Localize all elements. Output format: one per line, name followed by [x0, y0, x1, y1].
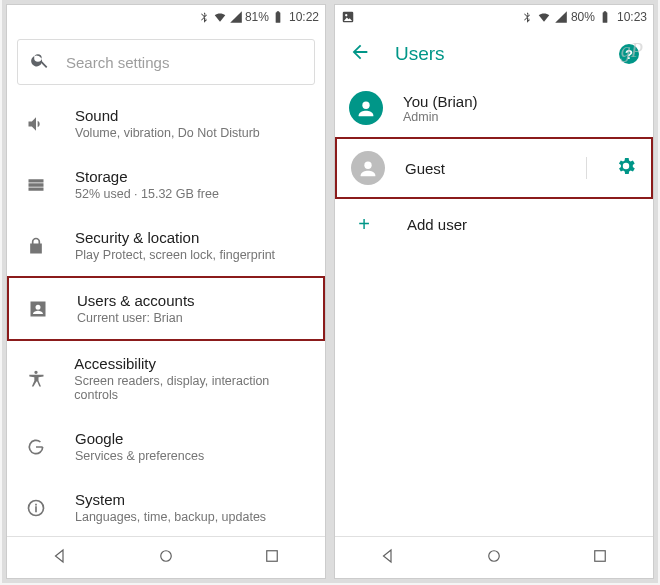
status-bar: 81% 10:22 — [7, 5, 325, 29]
settings-screen: 81% 10:22 Search settings Sound Volume, … — [6, 4, 326, 579]
nav-home-button[interactable] — [157, 547, 175, 569]
settings-item-system[interactable]: System Languages, time, backup, updates — [7, 477, 325, 536]
nav-recent-button[interactable] — [263, 547, 281, 569]
google-icon — [25, 437, 47, 457]
guest-settings-button[interactable] — [615, 155, 637, 181]
svg-point-7 — [362, 102, 369, 109]
item-title: Users & accounts — [77, 292, 195, 309]
svg-rect-10 — [595, 550, 606, 561]
svg-point-8 — [364, 162, 371, 169]
signal-icon — [229, 10, 243, 24]
account-box-icon — [27, 299, 49, 319]
item-subtitle: Languages, time, backup, updates — [75, 510, 266, 524]
nav-back-button[interactable] — [379, 547, 397, 569]
navigation-bar — [335, 536, 653, 578]
svg-point-3 — [161, 550, 172, 561]
item-subtitle: Current user: Brian — [77, 311, 195, 325]
avatar-icon — [351, 151, 385, 185]
item-title: Google — [75, 430, 204, 447]
navigation-bar — [7, 536, 325, 578]
user-sub: Admin — [403, 110, 478, 124]
storage-icon — [25, 175, 47, 195]
add-user-label: Add user — [407, 216, 467, 233]
svg-rect-4 — [267, 550, 278, 561]
battery-icon — [598, 10, 612, 24]
nav-back-button[interactable] — [51, 547, 69, 569]
nav-recent-button[interactable] — [591, 547, 609, 569]
item-title: Sound — [75, 107, 260, 124]
user-row-you[interactable]: You (Brian) Admin — [335, 79, 653, 137]
lock-icon — [25, 236, 47, 256]
user-row-guest[interactable]: Guest — [335, 137, 653, 199]
item-subtitle: 52% used · 15.32 GB free — [75, 187, 219, 201]
search-placeholder: Search settings — [66, 54, 169, 71]
plus-icon: + — [349, 213, 379, 236]
info-icon — [25, 498, 47, 518]
settings-item-sound[interactable]: Sound Volume, vibration, Do Not Disturb — [7, 93, 325, 154]
wifi-icon — [213, 10, 227, 24]
app-bar: Users ? — [335, 29, 653, 79]
item-title: Accessibility — [74, 355, 309, 372]
avatar-icon — [349, 91, 383, 125]
settings-item-storage[interactable]: Storage 52% used · 15.32 GB free — [7, 154, 325, 215]
search-icon — [30, 50, 50, 74]
nav-home-button[interactable] — [485, 547, 503, 569]
users-list: You (Brian) Admin Guest + Add user — [335, 79, 653, 536]
settings-item-accessibility[interactable]: Accessibility Screen readers, display, i… — [7, 341, 325, 416]
svg-point-9 — [489, 550, 500, 561]
settings-item-security[interactable]: Security & location Play Protect, screen… — [7, 215, 325, 276]
volume-icon — [25, 114, 47, 134]
item-title: Security & location — [75, 229, 275, 246]
settings-list: Sound Volume, vibration, Do Not Disturb … — [7, 93, 325, 536]
svg-point-6 — [345, 14, 347, 16]
battery-percent: 81% — [245, 10, 269, 24]
signal-icon — [554, 10, 568, 24]
search-settings[interactable]: Search settings — [17, 39, 315, 85]
item-title: Storage — [75, 168, 219, 185]
settings-item-google[interactable]: Google Services & preferences — [7, 416, 325, 477]
item-subtitle: Volume, vibration, Do Not Disturb — [75, 126, 260, 140]
back-button[interactable] — [349, 41, 371, 67]
clock: 10:23 — [617, 10, 647, 24]
settings-item-users-accounts[interactable]: Users & accounts Current user: Brian — [7, 276, 325, 341]
battery-icon — [271, 10, 285, 24]
users-screen: 80% 10:23 Users ? gP You (Brian) Admin — [334, 4, 654, 579]
clock: 10:22 — [289, 10, 319, 24]
add-user-row[interactable]: + Add user — [335, 199, 653, 250]
wifi-icon — [537, 10, 551, 24]
bluetooth-icon — [520, 10, 534, 24]
item-subtitle: Play Protect, screen lock, fingerprint — [75, 248, 275, 262]
help-button[interactable]: ? — [619, 44, 639, 64]
image-notif-icon — [341, 10, 355, 24]
item-title: System — [75, 491, 266, 508]
screen-title: Users — [395, 43, 595, 65]
user-name: Guest — [405, 160, 445, 177]
status-bar: 80% 10:23 — [335, 5, 653, 29]
item-subtitle: Services & preferences — [75, 449, 204, 463]
divider — [586, 157, 587, 179]
user-name: You (Brian) — [403, 93, 478, 110]
item-subtitle: Screen readers, display, interaction con… — [74, 374, 309, 402]
bluetooth-icon — [197, 10, 211, 24]
accessibility-icon — [25, 369, 46, 389]
battery-percent: 80% — [571, 10, 595, 24]
